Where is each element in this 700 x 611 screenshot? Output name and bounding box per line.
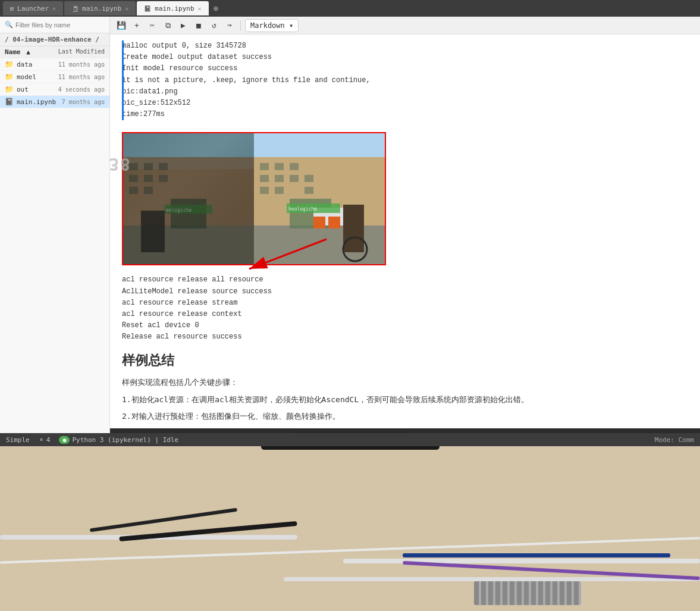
svg-rect-22 bbox=[275, 175, 284, 182]
heatsink-component bbox=[474, 581, 581, 605]
monitor: ⊞ Launcher ✕ 📓 main.ipynb ✕ 📓 main.ipynb… bbox=[0, 0, 700, 446]
main-ipynb-tab-2-close[interactable]: ✕ bbox=[198, 5, 202, 12]
main-ipynb-tab-1[interactable]: 📓 main.ipynb ✕ bbox=[64, 1, 136, 15]
svg-rect-20 bbox=[290, 163, 299, 170]
main-ipynb-tab-1-label: main.ipynb bbox=[82, 5, 121, 12]
copy-button[interactable]: ⧉ bbox=[161, 19, 174, 32]
chinese-paragraph-2: 2.对输入进行预处理：包括图像归一化、缩放、颜色转换操作。 bbox=[122, 409, 688, 423]
log-line-6: Release acl resource success bbox=[122, 331, 688, 343]
svg-rect-33 bbox=[328, 217, 340, 228]
stop-button[interactable]: ■ bbox=[192, 19, 205, 32]
output-line-1: malloc output 0, size 3145728 bbox=[122, 40, 688, 52]
modified-column-header: Last Modified bbox=[58, 48, 105, 56]
restart-button[interactable]: ↺ bbox=[208, 19, 221, 32]
active-cell-indicator bbox=[122, 40, 124, 120]
kernel-count-indicator: ⚬ 4 bbox=[39, 436, 51, 444]
svg-rect-23 bbox=[290, 175, 299, 182]
notebook-toolbar: 💾 + ✂ ⧉ ▶ ■ ↺ ↝ Markdown ▾ bbox=[110, 17, 700, 35]
folder-icon-data: 📁 bbox=[5, 60, 14, 68]
sidebar-item-data-label: data bbox=[17, 61, 58, 68]
sidebar-item-model-date: 11 months ago bbox=[58, 74, 105, 80]
notebook-content[interactable]: malloc output 0, size 3145728 Create mod… bbox=[110, 35, 700, 428]
save-button[interactable]: 💾 bbox=[115, 19, 128, 32]
svg-rect-27 bbox=[305, 187, 313, 194]
mode-indicator: Mode: Comm bbox=[655, 436, 694, 444]
simple-mode-indicator: Simple bbox=[6, 436, 30, 444]
launcher-tab[interactable]: ⊞ Launcher ✕ bbox=[3, 1, 63, 15]
mode-label: Mode: Comm bbox=[655, 436, 694, 444]
folder-icon-model: 📁 bbox=[5, 73, 14, 81]
cable-white-3 bbox=[343, 559, 700, 563]
svg-rect-18 bbox=[260, 163, 269, 170]
simple-label: Simple bbox=[6, 436, 30, 444]
svg-line-38 bbox=[249, 239, 327, 269]
cell-type-dropdown[interactable]: Markdown ▾ bbox=[245, 19, 299, 32]
search-icon: 🔍 bbox=[5, 21, 13, 29]
cell-type-label: Markdown ▾ bbox=[250, 21, 293, 30]
svg-rect-32 bbox=[313, 217, 325, 228]
svg-rect-26 bbox=[275, 187, 284, 194]
sidebar-item-notebook-date: 7 months ago bbox=[62, 99, 105, 105]
notebook-icon-2: 📓 bbox=[144, 5, 151, 12]
cable-white-4 bbox=[284, 577, 700, 581]
code-output-block: malloc output 0, size 3145728 Create mod… bbox=[122, 40, 688, 120]
output-line-5: pic:data1.png bbox=[122, 86, 688, 98]
log-line-4: acl resource release context bbox=[122, 309, 688, 320]
sidebar-item-notebook[interactable]: 📓 main.ipynb 7 months ago bbox=[0, 96, 109, 108]
sidebar-item-data[interactable]: 📁 data 11 months ago bbox=[0, 58, 109, 71]
svg-rect-19 bbox=[275, 163, 284, 170]
log-after-image-block: acl resource release all resource AclLit… bbox=[122, 274, 688, 343]
main-ipynb-tab-2-label: main.ipynb bbox=[155, 5, 194, 12]
svg-rect-24 bbox=[305, 175, 313, 182]
sidebar-column-header: Name ▲ Last Modified bbox=[0, 46, 109, 58]
add-tab-button[interactable]: ⊕ bbox=[210, 4, 222, 13]
circle-icon: ⚬ bbox=[39, 436, 44, 444]
sidebar-item-data-date: 11 months ago bbox=[58, 61, 105, 68]
output-cell-1: malloc output 0, size 3145728 Create mod… bbox=[122, 40, 688, 120]
sidebar-item-out-date: 4 seconds ago bbox=[58, 86, 105, 93]
chinese-paragraph-1: 1.初始化acl资源：在调用acl相关资源时，必须先初始化AscendCL，否则… bbox=[122, 393, 688, 406]
cable-blue bbox=[403, 553, 670, 557]
svg-rect-31 bbox=[343, 205, 364, 252]
svg-rect-25 bbox=[260, 187, 269, 194]
launcher-tab-label: Launcher bbox=[17, 5, 49, 12]
red-arrow-annotation bbox=[219, 233, 338, 281]
main-ipynb-tab-2[interactable]: 📓 main.ipynb ✕ bbox=[137, 1, 208, 15]
status-bar: Simple ⚬ 4 ● Python 3 (ipykernel) | Idle… bbox=[0, 433, 700, 446]
image-output-container: eologiche bbox=[122, 126, 386, 271]
sidebar-item-out-label: out bbox=[17, 86, 58, 93]
sidebar-filter-bar: 🔍 bbox=[0, 17, 109, 33]
cut-button[interactable]: ✂ bbox=[146, 19, 159, 32]
toolbar-separator bbox=[240, 20, 241, 31]
fast-forward-button[interactable]: ↝ bbox=[223, 19, 236, 32]
log-line-5: Reset acl device 0 bbox=[122, 320, 688, 331]
run-button[interactable]: ▶ bbox=[177, 19, 190, 32]
main-ipynb-tab-1-close[interactable]: ✕ bbox=[125, 5, 128, 12]
output-line-3: Init model resource success bbox=[122, 63, 688, 74]
output-line-2: Create model output dataset success bbox=[122, 52, 688, 63]
folder-icon-out: 📁 bbox=[5, 85, 14, 93]
svg-text:heologiche: heologiche bbox=[288, 206, 317, 212]
python-status: ● Python 3 (ipykernel) | Idle bbox=[59, 436, 178, 444]
sidebar-path: / 04-image-HDR-enhance / bbox=[0, 33, 109, 46]
filter-input[interactable] bbox=[15, 21, 105, 29]
desk-area bbox=[0, 446, 700, 611]
launcher-tab-icon: ⊞ bbox=[10, 5, 14, 12]
log-line-2: AclLiteModel release source success bbox=[122, 286, 688, 297]
notebook-icon-sidebar: 📓 bbox=[5, 98, 14, 106]
sidebar-item-out[interactable]: 📁 out 4 seconds ago bbox=[0, 83, 109, 96]
output-line-6: pic_size:512x512 bbox=[122, 98, 688, 109]
notebook-icon-1: 📓 bbox=[71, 5, 79, 12]
output-line-7: time:277ms bbox=[122, 109, 688, 120]
log-line-1: acl resource release all resource bbox=[122, 274, 688, 286]
sidebar-item-notebook-label: main.ipynb bbox=[17, 98, 62, 106]
python-label: Python 3 (ipykernel) | Idle bbox=[72, 436, 178, 444]
add-cell-button[interactable]: + bbox=[130, 19, 143, 32]
sidebar-item-model-label: model bbox=[17, 73, 58, 81]
launcher-tab-close[interactable]: ✕ bbox=[52, 5, 56, 12]
tab-bar: ⊞ Launcher ✕ 📓 main.ipynb ✕ 📓 main.ipynb… bbox=[0, 0, 700, 17]
sidebar: 🔍 / 04-image-HDR-enhance / Name ▲ Last M… bbox=[0, 17, 110, 445]
section-heading: 样例总结 bbox=[122, 352, 688, 369]
sidebar-item-model[interactable]: 📁 model 11 months ago bbox=[0, 71, 109, 83]
svg-rect-21 bbox=[260, 175, 269, 182]
